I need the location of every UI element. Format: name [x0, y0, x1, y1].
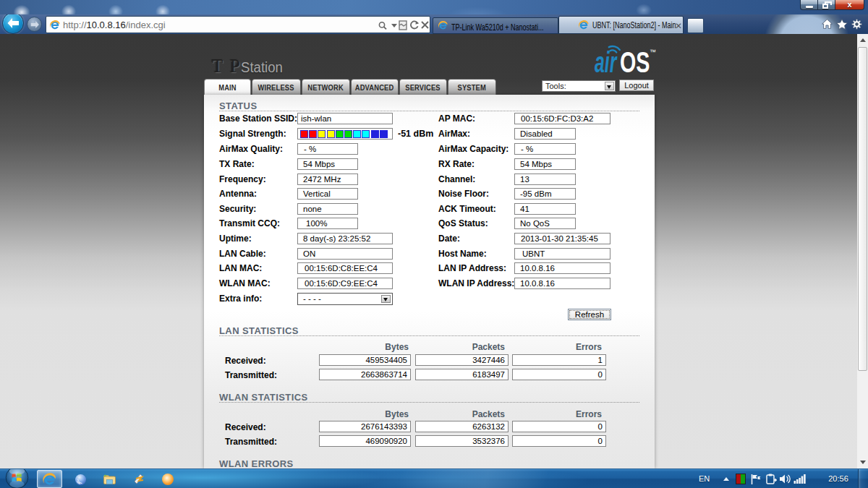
- svg-text:OS: OS: [620, 46, 650, 77]
- svg-text:™: ™: [650, 48, 656, 56]
